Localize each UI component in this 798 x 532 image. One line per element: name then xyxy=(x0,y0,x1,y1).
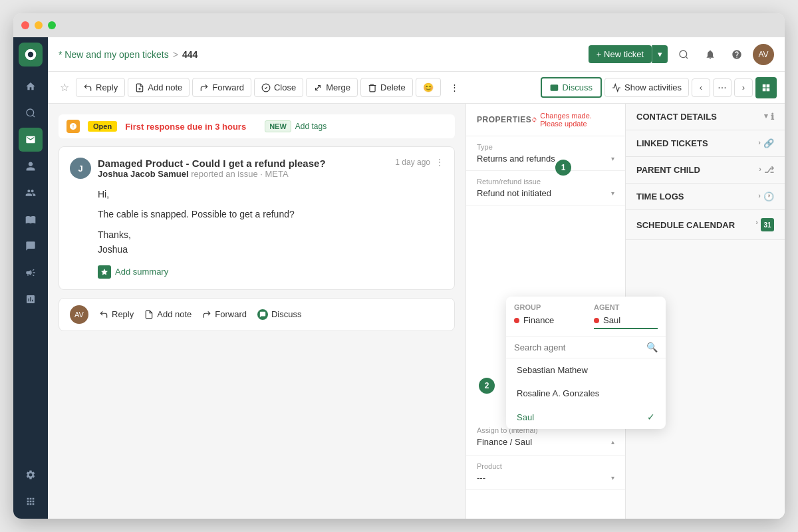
add-summary-label: Add summary xyxy=(115,267,168,277)
chevron-right-icon: › xyxy=(758,138,761,148)
product-field: Product --- xyxy=(466,456,625,490)
more-button[interactable]: ⋮ xyxy=(444,78,466,96)
group-value: Finance xyxy=(514,315,578,325)
assign-value[interactable]: Finance / Saul xyxy=(477,437,614,447)
merge-button[interactable]: Merge xyxy=(306,78,358,97)
product-label: Product xyxy=(477,462,614,470)
schedule-icons: › 31 xyxy=(755,218,774,231)
info-icon[interactable]: ℹ xyxy=(771,112,774,122)
linked-tickets-header[interactable]: LINKED TICKETS › 🔗 xyxy=(626,130,785,156)
logo[interactable] xyxy=(19,43,43,66)
discuss-label: Discuss xyxy=(563,82,593,92)
status-badge: Open xyxy=(88,121,117,132)
reply-action-button[interactable]: Reply xyxy=(99,309,134,319)
agent-item-1[interactable]: Rosaline A. Gonzales xyxy=(506,382,626,405)
schedule-header[interactable]: SCHEDULE CALENDAR › 31 xyxy=(626,210,785,239)
breadcrumb-link[interactable]: * New and my open tickets xyxy=(59,49,169,60)
add-note-action-button[interactable]: Add note xyxy=(144,309,192,319)
sidebar-item-contacts[interactable] xyxy=(19,154,43,178)
reply-bar: AV Reply Add note Forward xyxy=(59,298,455,331)
discuss-action-button[interactable]: Discuss xyxy=(257,309,302,320)
delete-button[interactable]: Delete xyxy=(360,78,413,97)
prev-ticket-button[interactable]: ‹ xyxy=(692,78,710,97)
star-button[interactable]: ☆ xyxy=(56,77,73,98)
title-bar xyxy=(13,13,785,37)
contact-details-section: CONTACT DETAILS ▾ ℹ xyxy=(626,104,785,130)
close-label: Close xyxy=(274,82,296,92)
agent-item-0[interactable]: Sebastian Mathew xyxy=(506,358,626,382)
minimize-button[interactable] xyxy=(35,21,43,29)
response-due: First response due in 3 hours xyxy=(125,122,246,132)
user-avatar[interactable]: AV xyxy=(753,44,774,65)
help-button[interactable] xyxy=(726,44,747,65)
sidebar-item-inbox[interactable] xyxy=(19,128,43,152)
sidebar-item-books[interactable] xyxy=(19,207,43,231)
global-search-button[interactable] xyxy=(673,44,694,65)
discuss-tab[interactable]: Discuss xyxy=(541,77,602,98)
emoji-button[interactable]: 😊 xyxy=(416,78,441,97)
time-logs-header[interactable]: TIME LOGS › 🕐 xyxy=(626,184,785,209)
chevron-right-icon-4: › xyxy=(755,218,758,231)
agent-search-field: 🔍 xyxy=(506,336,626,358)
delete-label: Delete xyxy=(380,82,406,92)
sidebar-item-home[interactable] xyxy=(19,74,43,98)
agent-col: AGENT Saul xyxy=(586,297,626,336)
sidebar xyxy=(13,37,48,519)
ticket-panel: Open First response due in 3 hours NEW A… xyxy=(48,104,466,519)
sidebar-item-reports[interactable] xyxy=(19,287,43,311)
agent-item-2[interactable]: Saul ✓ xyxy=(506,405,626,429)
discuss-action-label: Discuss xyxy=(271,309,302,319)
top-bar-actions: + New ticket ▾ AV xyxy=(589,44,774,65)
group-col: GROUP Finance xyxy=(506,297,586,336)
forward-action-label: Forward xyxy=(215,309,247,319)
sidebar-item-grid[interactable] xyxy=(19,489,43,513)
sidebar-item-team[interactable] xyxy=(19,181,43,205)
add-summary-button[interactable]: Add summary xyxy=(70,265,444,279)
contact-details-header[interactable]: CONTACT DETAILS ▾ ℹ xyxy=(626,104,785,130)
new-ticket-dropdown-button[interactable]: ▾ xyxy=(652,45,668,63)
sidebar-item-chat[interactable] xyxy=(19,234,43,258)
maximize-button[interactable] xyxy=(48,21,56,29)
next-ticket-button[interactable]: › xyxy=(734,78,753,97)
hierarchy-icon[interactable]: ⎇ xyxy=(764,165,774,175)
add-note-action-label: Add note xyxy=(157,309,192,319)
parent-child-header[interactable]: PARENT CHILD › ⎇ xyxy=(626,157,785,183)
time-logs-icons: › 🕐 xyxy=(758,192,774,201)
product-value[interactable]: --- xyxy=(477,473,614,483)
forward-action-button[interactable]: Forward xyxy=(202,309,247,319)
calendar-icon[interactable]: 31 xyxy=(761,218,774,231)
message-avatar: J xyxy=(70,158,91,179)
properties-panel: PROPERTIES Changes made. Please update T… xyxy=(466,104,626,519)
close-button[interactable]: Close xyxy=(254,78,303,97)
clock-icon[interactable]: 🕐 xyxy=(763,192,774,201)
sidebar-item-campaign[interactable] xyxy=(19,261,43,285)
add-note-button[interactable]: Add note xyxy=(128,78,190,97)
message-header: J Damaged Product - Could I get a refund… xyxy=(70,158,444,179)
notifications-button[interactable] xyxy=(700,44,721,65)
group-label: GROUP xyxy=(514,303,578,311)
add-tags-link[interactable]: Add tags xyxy=(295,122,327,131)
layout-toggle-button[interactable] xyxy=(755,77,777,98)
status-bar: Open First response due in 3 hours NEW A… xyxy=(59,114,455,138)
new-ticket-button[interactable]: + New ticket xyxy=(589,45,652,63)
sidebar-item-search[interactable] xyxy=(19,101,43,125)
more-nav-button[interactable]: ··· xyxy=(713,78,732,97)
refund-value[interactable]: Refund not initiated xyxy=(477,188,614,198)
reply-button[interactable]: Reply xyxy=(76,78,125,97)
show-activities-button[interactable]: Show activities xyxy=(604,78,689,97)
agent-dot xyxy=(594,318,599,323)
svg-point-4 xyxy=(680,51,687,58)
sidebar-item-settings[interactable] xyxy=(19,463,43,487)
add-note-label: Add note xyxy=(148,82,182,92)
tag-new: NEW xyxy=(265,120,291,132)
dropdown-header: GROUP Finance AGENT xyxy=(506,297,626,336)
linked-tickets-section: LINKED TICKETS › 🔗 xyxy=(626,130,785,157)
agent-search-input[interactable] xyxy=(514,342,626,352)
link-icon[interactable]: 🔗 xyxy=(763,138,774,148)
close-button[interactable] xyxy=(21,21,29,29)
svg-line-5 xyxy=(686,57,688,59)
discuss-icon xyxy=(257,309,268,320)
forward-button[interactable]: Forward xyxy=(192,78,251,97)
type-value[interactable]: Returns and refunds xyxy=(477,154,614,164)
message-more-icon[interactable]: ⋮ xyxy=(436,158,444,167)
